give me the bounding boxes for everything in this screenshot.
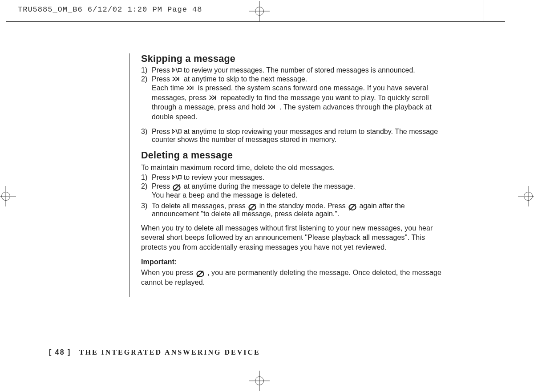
heading-skipping: Skipping a message: [141, 53, 452, 65]
body-column: Skipping a message 1) Press to review yo…: [129, 53, 452, 297]
text: You hear a beep and the message is delet…: [152, 190, 452, 200]
delete-icon: [247, 203, 257, 209]
skip-forward-icon: [186, 85, 196, 91]
play-stop-icon: [172, 129, 182, 135]
heading-deleting: Deleting a message: [141, 150, 452, 161]
deleting-step-1: 1) Press to review your messages.: [141, 174, 452, 182]
text: Press: [152, 128, 172, 135]
registration-mark-icon: [518, 186, 534, 206]
trim-line: [484, 0, 484, 21]
section-title: THE INTEGRATED ANSWERING DEVICE: [79, 348, 260, 356]
skipping-step-2: 2) Press at anytime to skip to the next …: [141, 75, 452, 122]
delete-icon: [348, 203, 357, 209]
step-number: 2): [141, 182, 152, 201]
delete-icon: [195, 270, 205, 276]
text: Press: [152, 174, 172, 181]
skip-forward-icon: [172, 76, 182, 82]
deleting-warning: When you try to delete all messages with…: [141, 223, 452, 252]
text: to review your messages.: [184, 174, 264, 181]
delete-icon: [172, 183, 182, 190]
text: at anytime to stop reviewing your messag…: [152, 128, 438, 143]
text: Press: [152, 182, 172, 190]
registration-mark-icon: [249, 1, 270, 21]
skip-forward-icon: [209, 95, 218, 101]
trim-line: [6, 21, 505, 22]
registration-mark-icon: [249, 371, 270, 391]
important-text: When you press , you are permanently del…: [141, 268, 452, 287]
text: Each time: [152, 84, 186, 92]
svg-line-0: [176, 68, 178, 73]
text: to review your messages. The number of s…: [184, 66, 415, 74]
svg-line-6: [176, 129, 178, 134]
skip-forward-icon: [267, 104, 277, 110]
deleting-step-3: 3) To delete all messages, press in the …: [141, 202, 452, 218]
play-stop-icon: [172, 67, 182, 73]
important-label: Important:: [141, 257, 452, 267]
skipping-step-1: 1) Press to review your messages. The nu…: [141, 66, 452, 74]
text: in the standby mode. Press: [259, 202, 348, 210]
page-number: [ 48 ]: [49, 348, 71, 356]
svg-rect-7: [178, 130, 181, 133]
deleting-intro: To maintain maximum record time, delete …: [141, 163, 452, 173]
text: When you press: [141, 269, 195, 276]
text: at anytime to skip to the next message.: [184, 75, 307, 83]
step-number: 1): [141, 66, 152, 74]
step-number: 1): [141, 174, 152, 182]
step-number: 2): [141, 75, 152, 122]
svg-rect-1: [178, 69, 181, 72]
step-number: 3): [141, 128, 152, 144]
skipping-step-3: 3) Press at anytime to stop reviewing yo…: [141, 128, 452, 144]
crop-header: TRU5885_OM_B6 6/12/02 1:20 PM Page 48: [18, 5, 202, 14]
step-number: 3): [141, 202, 152, 218]
page-content: Skipping a message 1) Press to review yo…: [0, 39, 484, 371]
play-stop-icon: [172, 174, 182, 181]
svg-line-8: [176, 175, 178, 180]
text: To delete all messages, press: [152, 202, 247, 210]
text: at anytime during the message to delete …: [184, 182, 355, 190]
page-footer: [ 48 ] THE INTEGRATED ANSWERING DEVICE: [49, 348, 260, 356]
deleting-step-2: 2) Press at anytime during the message t…: [141, 182, 452, 201]
svg-rect-9: [178, 176, 181, 179]
text: Press: [152, 75, 172, 83]
trim-line: [0, 38, 5, 38]
text: Press: [152, 66, 172, 74]
